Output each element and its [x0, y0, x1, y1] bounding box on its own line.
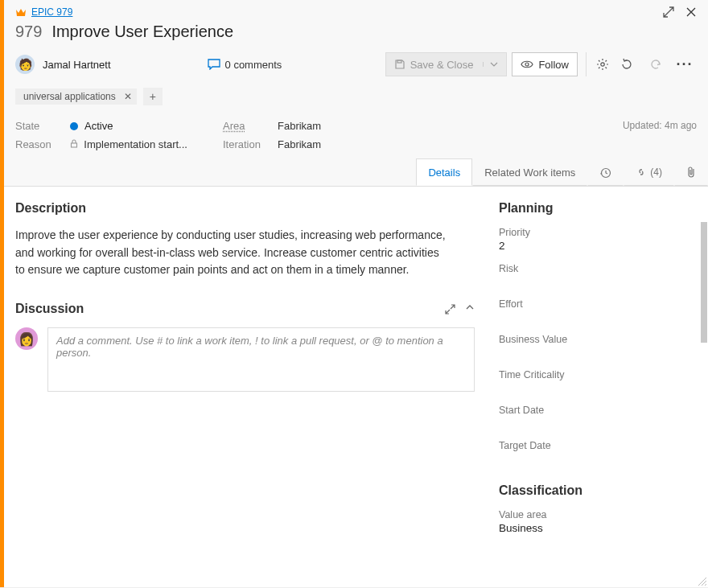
expand-discussion-icon[interactable]	[445, 304, 455, 315]
tag-chip[interactable]: universal applications ✕	[15, 88, 137, 105]
maximize-icon[interactable]	[663, 6, 674, 18]
settings-button[interactable]	[586, 52, 610, 76]
svg-rect-3	[72, 143, 77, 147]
chevron-down-icon	[483, 62, 498, 67]
discussion-heading: Discussion	[15, 302, 84, 316]
area-field[interactable]: Fabrikam	[278, 120, 406, 132]
description-body[interactable]: Improve the user experience by conductin…	[15, 227, 450, 279]
reason-label: Reason	[15, 138, 62, 150]
epic-breadcrumb-link[interactable]: EPIC 979	[31, 6, 72, 18]
planning-heading: Planning	[499, 201, 703, 216]
svg-point-1	[525, 63, 529, 66]
scrollbar-thumb[interactable]	[701, 222, 707, 343]
close-icon[interactable]	[685, 6, 697, 18]
assignee-name[interactable]: Jamal Hartnett	[43, 59, 111, 71]
scrollbar[interactable]	[700, 187, 708, 587]
tag-remove-icon[interactable]: ✕	[124, 91, 132, 102]
risk-label: Risk	[499, 263, 703, 274]
more-actions-button[interactable]: ···	[673, 52, 697, 76]
eye-icon	[521, 60, 533, 69]
state-dot-icon	[70, 122, 78, 130]
lock-icon	[70, 139, 80, 150]
follow-button[interactable]: Follow	[512, 52, 578, 76]
updated-timestamp: Updated: 4m ago	[414, 120, 697, 132]
svg-point-2	[600, 63, 603, 66]
time-criticality-label: Time Criticality	[499, 369, 703, 380]
comment-icon	[208, 59, 220, 70]
comments-label: 0 comments	[225, 59, 282, 71]
resize-handle-icon[interactable]	[697, 576, 706, 586]
save-icon	[394, 59, 405, 70]
tab-details[interactable]: Details	[416, 158, 472, 186]
tab-related-work-items[interactable]: Related Work items	[472, 158, 587, 186]
business-value-label: Business Value	[499, 334, 703, 345]
comment-input[interactable]: Add a comment. Use # to link a work item…	[47, 327, 475, 392]
comments-counter[interactable]: 0 comments	[208, 59, 282, 71]
state-field[interactable]: Active	[70, 120, 215, 132]
assignee-avatar[interactable]: 🧑	[15, 55, 35, 74]
crown-icon	[15, 7, 27, 17]
state-label: State	[15, 120, 62, 132]
workitem-title[interactable]: Improve User Experience	[51, 23, 233, 41]
classification-heading: Classification	[499, 483, 703, 498]
save-close-button: Save & Close	[385, 52, 508, 76]
priority-field[interactable]: 2	[499, 240, 703, 252]
iteration-label: Iteration	[223, 138, 270, 150]
priority-label: Priority	[499, 227, 703, 238]
tag-label: universal applications	[23, 91, 116, 102]
refresh-button[interactable]	[615, 52, 639, 76]
svg-rect-0	[397, 60, 401, 63]
start-date-label: Start Date	[499, 405, 703, 416]
value-area-field[interactable]: Business	[499, 522, 703, 534]
workitem-id: 979	[15, 23, 42, 41]
description-heading: Description	[15, 201, 475, 216]
tab-attachments[interactable]	[674, 158, 708, 186]
tab-links[interactable]: (4)	[624, 158, 674, 186]
area-label: Area	[223, 120, 270, 132]
target-date-label: Target Date	[499, 440, 703, 451]
reason-field[interactable]: Implementation start...	[70, 138, 215, 150]
iteration-field[interactable]: Fabrikam	[278, 138, 406, 150]
tab-history[interactable]	[587, 158, 624, 186]
effort-label: Effort	[499, 298, 703, 310]
add-tag-button[interactable]: +	[143, 88, 163, 105]
current-user-avatar: 👩	[15, 327, 38, 350]
collapse-discussion-icon[interactable]	[465, 304, 475, 315]
value-area-label: Value area	[499, 509, 703, 520]
undo-button[interactable]	[644, 52, 668, 76]
